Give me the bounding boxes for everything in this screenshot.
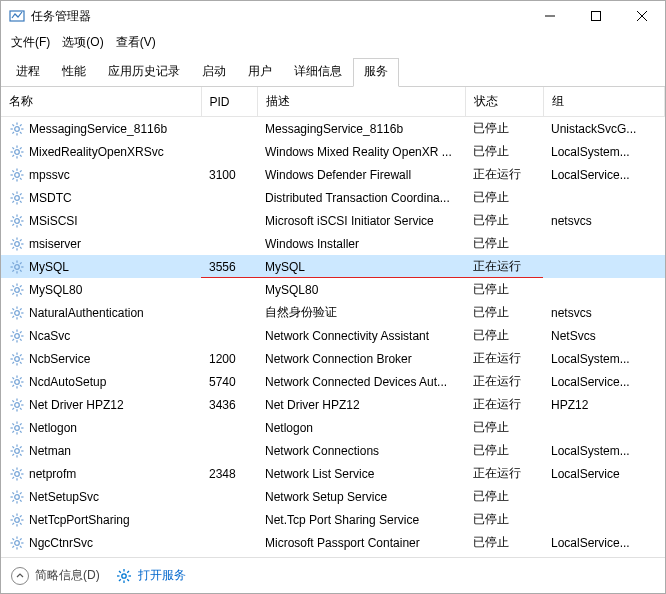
fewer-details-label: 简略信息(D)	[35, 567, 100, 584]
service-name: MSiSCSI	[29, 214, 78, 228]
table-row[interactable]: NcdAutoSetup5740Network Connected Device…	[1, 370, 665, 393]
table-row[interactable]: MessagingService_8116bMessagingService_8…	[1, 117, 665, 141]
svg-point-68	[15, 287, 20, 292]
service-group: LocalService...	[543, 370, 665, 393]
open-services-link[interactable]: 打开服务	[116, 567, 186, 584]
svg-line-48	[12, 224, 14, 226]
svg-line-173	[20, 546, 22, 548]
service-gear-icon	[9, 213, 25, 229]
service-desc: Network Connection Broker	[257, 347, 465, 370]
svg-line-91	[12, 331, 14, 333]
table-row[interactable]: msiserverWindows Installer已停止	[1, 232, 665, 255]
svg-line-102	[12, 362, 14, 364]
column-header-name[interactable]: 名称	[1, 87, 201, 117]
svg-line-101	[20, 362, 22, 364]
table-row[interactable]: NgcSvcMicrosoft Passport已停止LocalSystem..…	[1, 554, 665, 557]
service-group: LocalSystem...	[543, 439, 665, 462]
svg-line-112	[20, 377, 22, 379]
fewer-details-link[interactable]: 简略信息(D)	[11, 567, 100, 585]
svg-line-92	[20, 339, 22, 341]
svg-line-145	[12, 469, 14, 471]
service-group	[543, 186, 665, 209]
svg-point-104	[15, 379, 20, 384]
svg-line-47	[20, 224, 22, 226]
svg-line-66	[12, 270, 14, 272]
svg-line-146	[20, 477, 22, 479]
tab-2[interactable]: 应用历史记录	[97, 58, 191, 87]
tab-5[interactable]: 详细信息	[283, 58, 353, 87]
service-name: NetTcpPortSharing	[29, 513, 130, 527]
service-name: MixedRealityOpenXRSvc	[29, 145, 164, 159]
table-row[interactable]: NetTcpPortSharingNet.Tcp Port Sharing Se…	[1, 508, 665, 531]
svg-line-138	[12, 454, 14, 456]
table-row[interactable]: netprofm2348Network List Service正在运行Loca…	[1, 462, 665, 485]
svg-line-82	[12, 308, 14, 310]
svg-line-40	[20, 193, 22, 195]
chevron-up-icon	[11, 567, 29, 585]
service-pid	[201, 140, 257, 163]
svg-point-194	[121, 573, 125, 577]
column-header-group[interactable]: 组	[543, 87, 665, 117]
table-row[interactable]: NcaSvcNetwork Connectivity Assistant已停止N…	[1, 324, 665, 347]
service-gear-icon	[9, 144, 25, 160]
service-gear-icon	[9, 466, 25, 482]
table-row[interactable]: Net Driver HPZ123436Net Driver HPZ12正在运行…	[1, 393, 665, 416]
table-row[interactable]: mpssvc3100Windows Defender Firewall正在运行L…	[1, 163, 665, 186]
service-group	[543, 485, 665, 508]
table-row[interactable]: NgcCtnrSvcMicrosoft Passport Container已停…	[1, 531, 665, 554]
close-button[interactable]	[619, 1, 665, 31]
column-header-pid[interactable]: PID	[201, 87, 257, 117]
menu-options[interactable]: 选项(O)	[56, 32, 109, 53]
svg-line-120	[12, 408, 14, 410]
service-desc: MessagingService_8116b	[257, 117, 465, 141]
svg-line-58	[20, 239, 22, 241]
table-row[interactable]: NetSetupSvcNetwork Setup Service已停止	[1, 485, 665, 508]
service-status: 已停止	[465, 324, 543, 347]
svg-line-127	[12, 423, 14, 425]
service-status: 已停止	[465, 416, 543, 439]
tab-1[interactable]: 性能	[51, 58, 97, 87]
tab-4[interactable]: 用户	[237, 58, 283, 87]
menu-view[interactable]: 查看(V)	[110, 32, 162, 53]
service-gear-icon	[9, 259, 25, 275]
tab-6[interactable]: 服务	[353, 58, 399, 87]
tab-0[interactable]: 进程	[5, 58, 51, 87]
table-row[interactable]: NetlogonNetlogon已停止	[1, 416, 665, 439]
service-pid: 1200	[201, 347, 257, 370]
service-desc: Network List Service	[257, 462, 465, 485]
service-name: Netlogon	[29, 421, 77, 435]
service-status: 已停止	[465, 140, 543, 163]
menu-file[interactable]: 文件(F)	[5, 32, 56, 53]
tab-3[interactable]: 启动	[191, 58, 237, 87]
table-row[interactable]: NaturalAuthentication自然身份验证已停止netsvcs	[1, 301, 665, 324]
svg-line-10	[12, 124, 14, 126]
service-group: LocalSystem...	[543, 347, 665, 370]
svg-line-199	[119, 571, 121, 573]
open-services-label: 打开服务	[138, 567, 186, 584]
svg-line-64	[12, 262, 14, 264]
minimize-button[interactable]	[527, 1, 573, 31]
titlebar[interactable]: 任务管理器	[1, 1, 665, 31]
table-row[interactable]: MSiSCSIMicrosoft iSCSI Initiator Service…	[1, 209, 665, 232]
svg-line-157	[20, 492, 22, 494]
svg-line-39	[12, 201, 14, 203]
table-row[interactable]: MySQL3556MySQL正在运行	[1, 255, 665, 278]
table-row[interactable]: NcbService1200Network Connection Broker正…	[1, 347, 665, 370]
table-row[interactable]: NetmanNetwork Connections已停止LocalSystem.…	[1, 439, 665, 462]
column-header-status[interactable]: 状态	[465, 87, 543, 117]
service-group	[543, 255, 665, 278]
table-row[interactable]: MSDTCDistributed Transaction Coordina...…	[1, 186, 665, 209]
service-status: 已停止	[465, 531, 543, 554]
maximize-button[interactable]	[573, 1, 619, 31]
service-group: LocalService...	[543, 531, 665, 554]
service-status: 已停止	[465, 554, 543, 557]
service-group: LocalSystem...	[543, 140, 665, 163]
svg-line-83	[20, 316, 22, 318]
table-row[interactable]: MySQL80MySQL80已停止	[1, 278, 665, 301]
svg-line-165	[12, 523, 14, 525]
svg-point-32	[15, 195, 20, 200]
table-row[interactable]: MixedRealityOpenXRSvcWindows Mixed Reali…	[1, 140, 665, 163]
svg-line-85	[20, 308, 22, 310]
column-header-desc[interactable]: 描述	[257, 87, 465, 117]
service-status: 正在运行	[465, 163, 543, 186]
